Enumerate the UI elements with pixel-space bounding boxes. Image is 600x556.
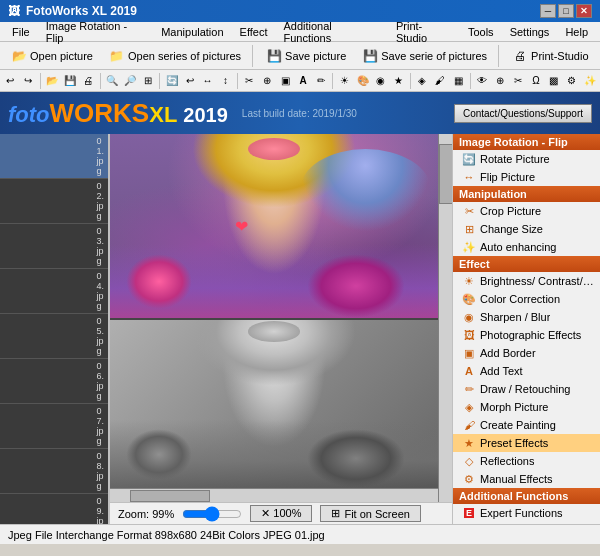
tb2-redeye[interactable]: 👁 <box>474 72 491 90</box>
rotate-picture-icon: 🔄 <box>461 151 477 167</box>
tb2-resize[interactable]: ⊕ <box>259 72 276 90</box>
add-text-item[interactable]: A Add Text <box>453 362 600 380</box>
sharpen-blur-item[interactable]: ◉ Sharpen / Blur <box>453 308 600 326</box>
tb2-sharpen[interactable]: ◉ <box>372 72 389 90</box>
canvas-scroll[interactable]: ❤ <box>110 134 452 502</box>
create-painting-item[interactable]: 🖌 Create Painting <box>453 416 600 434</box>
thumbnail-9[interactable]: 09.jpg <box>0 494 108 524</box>
menu-rotation[interactable]: Image Rotation - Flip <box>38 18 153 46</box>
zoom-slider[interactable] <box>182 510 242 518</box>
fit-on-screen-button[interactable]: ⊞ Fit on Screen <box>320 505 420 522</box>
preset-effects-item[interactable]: ★ Preset Effects <box>453 434 600 452</box>
color-correction-item[interactable]: 🎨 Color Correction <box>453 290 600 308</box>
rotate-picture-item[interactable]: 🔄 Rotate Picture <box>453 150 600 168</box>
tb2-collage[interactable]: ▩ <box>545 72 562 90</box>
photographic-effects-item[interactable]: 🖼 Photographic Effects <box>453 326 600 344</box>
thumbnail-4[interactable]: 04.jpg <box>0 269 108 314</box>
menu-effect[interactable]: Effect <box>232 24 276 40</box>
tb2-draw[interactable]: ✏ <box>313 72 330 90</box>
tb2-undo[interactable]: ↩ <box>2 72 19 90</box>
auto-enhancing-label: Auto enhancing <box>480 241 556 253</box>
draw-retouching-item[interactable]: ✏ Draw / Retouching <box>453 380 600 398</box>
zoom-label: Zoom: 99% <box>118 508 174 520</box>
tb2-auto[interactable]: ✨ <box>581 72 598 90</box>
tb2-save[interactable]: 💾 <box>62 72 79 90</box>
main-area: 01.jpg Happy Summer 02.jpg 03.jpg 04.jpg <box>0 134 600 524</box>
scroll-thumb-vertical[interactable] <box>439 144 452 204</box>
zoom-100-button[interactable]: ✕ 100% <box>250 505 312 522</box>
brightness-item[interactable]: ☀ Brightness/ Contrast/ Color <box>453 272 600 290</box>
thumbnail-5[interactable]: 05.jpg <box>0 314 108 359</box>
menu-print[interactable]: Print-Studio <box>388 18 460 46</box>
tb2-print[interactable]: 🖨 <box>80 72 97 90</box>
open-series-button[interactable]: 📁 Open series of pictures <box>102 45 248 67</box>
thumbnail-3[interactable]: 03.jpg <box>0 224 108 269</box>
manual-effects-label: Manual Effects <box>480 473 553 485</box>
flip-picture-item[interactable]: ↔ Flip Picture <box>453 168 600 186</box>
horizontal-scrollbar[interactable] <box>110 488 438 502</box>
auto-enhancing-item[interactable]: ✨ Auto enhancing <box>453 238 600 256</box>
tb2-open[interactable]: 📂 <box>44 72 61 90</box>
morph-picture-item[interactable]: ◈ Morph Picture <box>453 398 600 416</box>
tb2-morph[interactable]: ◈ <box>414 72 431 90</box>
tb2-batch[interactable]: ⚙ <box>563 72 580 90</box>
save-serie-button[interactable]: 💾 Save serie of pictures <box>355 45 494 67</box>
tb2-brightness[interactable]: ☀ <box>336 72 353 90</box>
thumb-label-6: 06.jpg <box>92 361 104 401</box>
menu-additional[interactable]: Additional Functions <box>275 18 387 46</box>
expert-functions-panel-item[interactable]: E Expert Functions <box>453 504 600 522</box>
tb2-clipart[interactable]: ✂ <box>510 72 527 90</box>
tb2-redo[interactable]: ↪ <box>20 72 37 90</box>
tb2-flip-v[interactable]: ↕ <box>217 72 234 90</box>
reflections-item[interactable]: ◇ Reflections <box>453 452 600 470</box>
tb2-zoomout[interactable]: 🔎 <box>121 72 138 90</box>
save-picture-button[interactable]: 💾 Save picture <box>259 45 353 67</box>
menu-settings[interactable]: Settings <box>502 24 558 40</box>
preset-effects-icon: ★ <box>461 435 477 451</box>
masks-item[interactable]: ▦ Masks <box>453 522 600 524</box>
tb2-color[interactable]: 🎨 <box>354 72 371 90</box>
tb2-zoomin[interactable]: 🔍 <box>103 72 120 90</box>
app-icon: 🖼 <box>8 4 20 18</box>
tb2-text[interactable]: A <box>295 72 312 90</box>
thumb-label-5: 05.jpg <box>92 316 104 356</box>
close-button[interactable]: ✕ <box>576 4 592 18</box>
tb2-rotate-cw[interactable]: 🔄 <box>163 72 180 90</box>
tb2-painting[interactable]: 🖌 <box>432 72 449 90</box>
menu-manipulation[interactable]: Manipulation <box>153 24 231 40</box>
menu-tools[interactable]: Tools <box>460 24 502 40</box>
expert-functions-panel-label: Expert Functions <box>480 507 563 519</box>
flip-picture-label: Flip Picture <box>480 171 535 183</box>
thumbnail-8[interactable]: Text 08.jpg <box>0 449 108 494</box>
masks-icon: ▦ <box>461 523 477 524</box>
open-picture-button[interactable]: 📂 Open picture <box>4 45 100 67</box>
tb2-flip-h[interactable]: ↔ <box>199 72 216 90</box>
tb2-rotate-ccw[interactable]: ↩ <box>181 72 198 90</box>
vertical-scrollbar[interactable] <box>438 134 452 502</box>
scroll-thumb-horizontal[interactable] <box>130 490 210 502</box>
logo-xl: XL <box>149 102 177 128</box>
maximize-button[interactable]: □ <box>558 4 574 18</box>
tb2-mask[interactable]: ▦ <box>450 72 467 90</box>
menu-help[interactable]: Help <box>557 24 596 40</box>
manual-effects-item[interactable]: ⚙ Manual Effects <box>453 470 600 488</box>
change-size-item[interactable]: ⊞ Change Size <box>453 220 600 238</box>
add-border-item[interactable]: ▣ Add Border <box>453 344 600 362</box>
thumbnail-1[interactable]: 01.jpg <box>0 134 108 179</box>
tb2-zoomfit[interactable]: ⊞ <box>139 72 156 90</box>
tb2-border[interactable]: ▣ <box>277 72 294 90</box>
print-studio-button[interactable]: 🖨 Print-Studio <box>505 45 595 67</box>
tb2-pip[interactable]: ⊕ <box>492 72 509 90</box>
minimize-button[interactable]: ─ <box>540 4 556 18</box>
menu-file[interactable]: File <box>4 24 38 40</box>
crop-picture-item[interactable]: ✂ Crop Picture <box>453 202 600 220</box>
thumbnail-2[interactable]: Happy Summer 02.jpg <box>0 179 108 224</box>
contact-button[interactable]: Contact/Questions/Support <box>454 104 592 123</box>
tb2-effects[interactable]: ★ <box>390 72 407 90</box>
tb2-crop[interactable]: ✂ <box>241 72 258 90</box>
thumb-label-8: 08.jpg <box>92 451 104 491</box>
color-correction-label: Color Correction <box>480 293 560 305</box>
tb2-symbols[interactable]: Ω <box>527 72 544 90</box>
thumbnail-6[interactable]: 06.jpg <box>0 359 108 404</box>
thumbnail-7[interactable]: 07.jpg <box>0 404 108 449</box>
